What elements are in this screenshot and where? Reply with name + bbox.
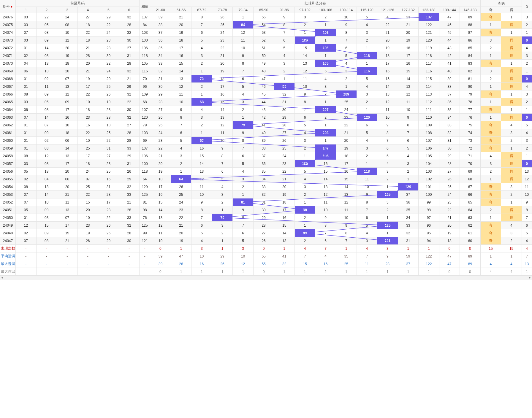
cell-num: 02 [36, 75, 57, 83]
cell-odd: 奇 [480, 183, 501, 191]
cell-dist: 14 [315, 175, 336, 183]
stat-dash: - [119, 260, 140, 268]
cell-dist: 104 [419, 160, 439, 168]
cell-dist: 31 [439, 137, 460, 144]
cell-dist: 1 [294, 222, 315, 229]
cell-dist: 106 [315, 44, 336, 52]
cell-dist: 17 [336, 160, 357, 168]
header-period[interactable]: 期号▼ [0, 0, 16, 13]
cell-dist: 12 [150, 222, 171, 229]
header-range-10: 115-120 [357, 7, 377, 13]
cell-period: 24061 [0, 129, 16, 137]
cell-dist: 98 [419, 206, 439, 214]
cell-odd: 1 [480, 214, 501, 222]
scroll-left-icon[interactable]: ◄ [0, 276, 4, 280]
cell-dist: 34 [253, 175, 274, 183]
cell-dist: 4 [274, 52, 295, 60]
cell-dist: 6 [191, 222, 212, 229]
cell-odd: 奇 [480, 90, 501, 98]
cell-dist: 1 [233, 114, 254, 121]
stat-dist: 29 [212, 252, 233, 260]
cell-dist: 1 [357, 44, 377, 52]
cell-dist: 5 [191, 36, 212, 44]
cell-num: 22 [119, 98, 140, 106]
cell-dist: 21 [377, 29, 398, 36]
cell-dist: 7 [212, 160, 233, 168]
cell-num: 14 [57, 144, 78, 152]
cell-dist: 2 [357, 152, 377, 160]
cell-dist: 29 [150, 90, 171, 98]
cell-dist: 47 [253, 75, 274, 83]
cell-dist: 3 [274, 60, 295, 67]
cell-dist: 63 [460, 214, 481, 222]
stat-dist: 47 [171, 252, 191, 260]
cell-dist: 7 [233, 144, 254, 152]
cell-dist: 88 [460, 21, 481, 29]
table-row: 2406406081718283010727941424330710724111… [0, 106, 532, 114]
horizontal-scrollbar[interactable]: ◄ ► [0, 276, 532, 280]
cell-dist: 33 [439, 121, 460, 129]
cell-odd: 奇 [480, 137, 501, 144]
stat-dist: 89 [460, 252, 481, 260]
stat-dist: 47 [439, 260, 460, 268]
cell-zero: 8 [522, 206, 532, 214]
cell-dist: 29 [274, 114, 295, 121]
cell-num: 01 [16, 75, 37, 83]
cell-dist: 17 [212, 83, 233, 90]
stat-dash: - [98, 245, 119, 252]
cell-even: 偶 [501, 52, 522, 60]
cell-dist: 10 [150, 237, 171, 245]
cell-dist: 13 [212, 114, 233, 121]
cell-num: 02 [36, 137, 57, 144]
cell-num: 03 [16, 13, 37, 21]
cell-dist: 6 [233, 229, 254, 237]
cell-period: 24052 [0, 198, 16, 206]
cell-dist: 8 [233, 214, 254, 222]
cell-dist: 87 [460, 29, 481, 36]
cell-dist: 49 [253, 60, 274, 67]
cell-num: 30 [119, 106, 140, 114]
cell-dist: 27 [439, 168, 460, 175]
cell-num: 06 [57, 175, 78, 183]
stat-dash: - [36, 260, 57, 268]
cell-num: 29 [119, 83, 140, 90]
cell-dist: 13 [398, 83, 419, 90]
cell-dist: 18 [171, 36, 191, 44]
cell-num: 07 [16, 198, 37, 206]
cell-dist: 35 [150, 44, 171, 52]
cell-dist: 1 [377, 229, 398, 237]
cell-dist: 28 [439, 160, 460, 168]
cell-dist: 122 [419, 21, 439, 29]
cell-dist: 12 [212, 121, 233, 129]
cell-dist: 21 [398, 21, 419, 29]
cell-dist: 111 [419, 106, 439, 114]
cell-odd: 奇 [480, 144, 501, 152]
cell-dist: 95 [419, 229, 439, 237]
stat-zero: 1 [522, 268, 532, 276]
cell-dist: 103 [419, 168, 439, 175]
cell-dist: 23 [398, 13, 419, 21]
cell-even: 3 [501, 183, 522, 191]
cell-dist: 10 [233, 44, 254, 52]
cell-dist: 9 [398, 114, 419, 121]
cell-dist: 100 [419, 191, 439, 198]
stat-dist: 10 [191, 252, 212, 260]
header-num-6: 6 [119, 7, 140, 13]
cell-dist: 72 [460, 144, 481, 152]
cell-dist: 41 [439, 60, 460, 67]
cell-dist: 9 [233, 206, 254, 214]
cell-dist: 81 [460, 75, 481, 83]
table-row: 2405207101115172181152492813118111128336… [0, 198, 532, 206]
cell-dist: 17 [377, 60, 398, 67]
table-row: 2407303091218283010036185231152610017220… [0, 36, 532, 44]
table-row: 2405901031425313310722416973825210719365… [0, 144, 532, 152]
stat-dash: - [77, 252, 98, 260]
cell-dist: 3 [315, 83, 336, 90]
cell-dist: 5 [398, 144, 419, 152]
cell-num: 23 [77, 222, 98, 229]
cell-dist: 37 [150, 29, 171, 36]
cell-zero: 12 [522, 175, 532, 183]
cell-dist: 42 [439, 52, 460, 60]
scroll-right-icon[interactable]: ► [528, 276, 532, 280]
cell-dist: 19 [212, 67, 233, 75]
